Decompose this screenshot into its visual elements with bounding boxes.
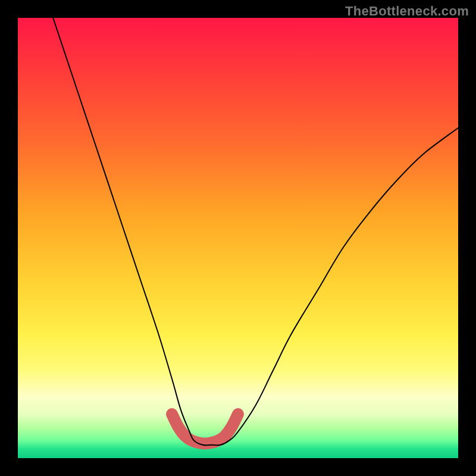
plot-area	[18, 18, 458, 458]
highlight-band-path	[172, 414, 238, 444]
chart-frame: TheBottleneck.com	[0, 0, 476, 476]
curve-svg	[18, 18, 458, 458]
watermark-text: TheBottleneck.com	[345, 4, 469, 19]
bottleneck-curve-path	[53, 18, 458, 445]
